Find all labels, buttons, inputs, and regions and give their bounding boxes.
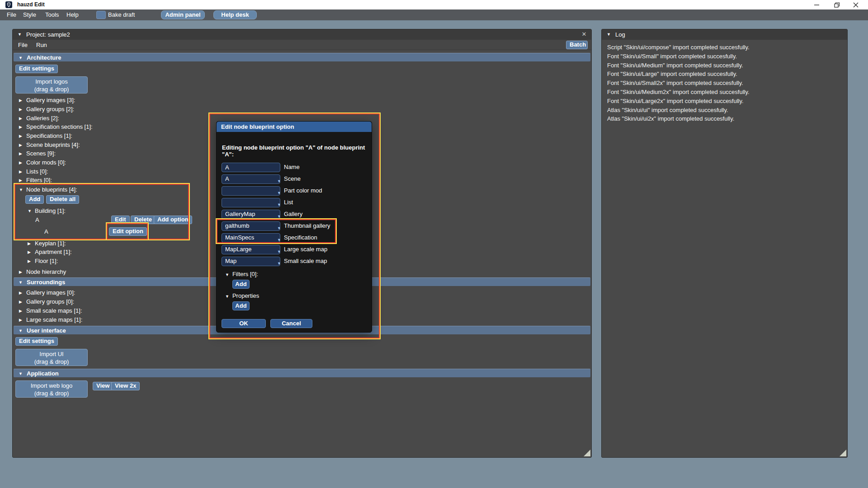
tree-item-gallery-images[interactable]: ▶Gallery images [3]: — [19, 96, 75, 105]
select-value: galthumb — [225, 222, 249, 229]
tree-item-option-a[interactable]: A — [44, 227, 48, 236]
tree-item-keyplan[interactable]: ▶Keyplan [1]: — [28, 239, 66, 248]
tree-item-building[interactable]: ▼Building [1]: — [28, 206, 66, 216]
field-row-specification: MainSpecs▼ Specification — [217, 233, 372, 243]
close-icon[interactable]: ✕ — [580, 31, 588, 38]
list-select[interactable]: ▼ — [222, 198, 280, 207]
project-menu-run[interactable]: Run — [34, 40, 49, 50]
tree-item-large-scale-maps[interactable]: ▶Large scale maps [1]: — [19, 315, 82, 324]
dropdown-arrow-icon: ▼ — [277, 236, 280, 243]
dropzone-line2: (drag & drop) — [16, 358, 87, 366]
chevron-right-icon: ▶ — [19, 122, 26, 131]
tree-item-filters[interactable]: ▶Filters [0]: — [19, 176, 52, 185]
restore-button[interactable] — [831, 1, 843, 9]
filters-add-button[interactable]: Add — [232, 280, 250, 289]
tree-item-floor[interactable]: ▶Floor [1]: — [28, 257, 58, 266]
tree-item-node-blueprints[interactable]: ▼Node blueprints [4]: — [19, 185, 77, 194]
tree-item-scene-blueprints[interactable]: ▶Scene blueprints [4]: — [19, 141, 80, 150]
dialog-properties-group[interactable]: ▼Properties — [225, 291, 259, 300]
chevron-right-icon: ▶ — [19, 105, 26, 114]
import-logos-dropzone[interactable]: Import logos (drag & drop) — [15, 76, 88, 94]
chevron-right-icon: ▶ — [19, 297, 26, 306]
group-label: Properties — [232, 292, 259, 299]
collapse-triangle-icon: ▼ — [19, 328, 23, 333]
node-blueprints-delete-all-button[interactable]: Delete all — [46, 195, 79, 204]
menu-style[interactable]: Style — [21, 9, 38, 20]
dialog-titlebar[interactable]: Edit node blueprint option — [217, 122, 372, 132]
tree-item-gallery-groups[interactable]: ▶Gallery groups [2]: — [19, 105, 74, 114]
properties-add-button[interactable]: Add — [232, 301, 250, 310]
gallery-select[interactable]: GalleryMap▼ — [222, 210, 280, 219]
edit-settings-button[interactable]: Edit settings — [15, 65, 58, 73]
field-row-scene: A▼ Scene — [217, 174, 372, 184]
large-scale-map-select[interactable]: MapLarge▼ — [222, 245, 280, 254]
thumbnail-gallery-select[interactable]: galthumb▼ — [222, 221, 280, 231]
panel-resize-grip[interactable] — [840, 450, 846, 456]
import-web-logo-dropzone[interactable]: Import web logo (drag & drop) — [15, 380, 88, 398]
window-titlebar: hauzd Edit — [0, 0, 868, 9]
tree-item-sur-gallery-groups[interactable]: ▶Gallery groups [0]: — [19, 297, 74, 306]
import-ui-dropzone[interactable]: Import UI (drag & drop) — [15, 349, 88, 366]
bake-draft-toggle[interactable] — [96, 11, 106, 19]
dialog-filters-group[interactable]: ▼Filters [0]: — [225, 270, 258, 278]
tree-item-lists[interactable]: ▶Lists [0]: — [19, 167, 48, 176]
close-button[interactable] — [850, 1, 862, 9]
select-value: MainSpecs — [225, 234, 254, 241]
node-blueprints-add-button[interactable]: Add — [25, 195, 44, 204]
node-edit-button[interactable]: Edit — [111, 216, 130, 224]
batch-button[interactable]: Batch — [566, 41, 588, 49]
panel-resize-grip[interactable] — [584, 450, 590, 456]
small-scale-map-select[interactable]: Map▼ — [222, 257, 280, 266]
log-lines: Script "Skin/ui/compose" import complete… — [607, 43, 844, 123]
log-panel-header: ▼ Log — [602, 29, 847, 40]
chevron-right-icon: ▶ — [19, 288, 26, 297]
section-title: Application — [27, 370, 59, 377]
node-add-option-button[interactable]: Add option — [154, 216, 192, 224]
chevron-right-icon: ▶ — [19, 176, 26, 185]
bake-draft-label[interactable]: Bake draft — [108, 9, 135, 20]
tree-item-galleries[interactable]: ▶Galleries [2]: — [19, 114, 59, 123]
tree-item-specifications[interactable]: ▶Specifications [1]: — [19, 131, 72, 141]
tree-item-small-scale-maps[interactable]: ▶Small scale maps [1]: — [19, 306, 82, 315]
ui-edit-settings-button[interactable]: Edit settings — [15, 337, 58, 346]
tree-item-color-mods[interactable]: ▶Color mods [0]: — [19, 158, 66, 167]
part-color-mod-select[interactable]: ▼ — [222, 186, 280, 196]
menu-tools[interactable]: Tools — [43, 9, 61, 20]
specification-select[interactable]: MainSpecs▼ — [222, 233, 280, 243]
section-application[interactable]: ▼ Application — [14, 369, 590, 377]
menu-file[interactable]: File — [5, 9, 18, 20]
tree-item-node-a[interactable]: A — [35, 216, 39, 225]
edit-option-button[interactable]: Edit option — [109, 227, 147, 236]
dropzone-line1: Import logos — [16, 78, 87, 85]
tree-item-apartment[interactable]: ▶Apartment [1]: — [28, 248, 72, 257]
minimize-button[interactable] — [811, 1, 822, 9]
menu-help[interactable]: Help — [65, 9, 80, 20]
section-architecture[interactable]: ▼ Architecture — [14, 53, 590, 61]
tree-item-scenes[interactable]: ▶Scenes [9]: — [19, 149, 56, 158]
node-delete-button[interactable]: Delete — [131, 216, 156, 224]
chevron-right-icon: ▶ — [28, 248, 35, 257]
dropdown-arrow-icon: ▼ — [277, 224, 280, 231]
collapse-triangle-icon[interactable]: ▼ — [607, 32, 611, 37]
tree-item-label: A — [44, 228, 48, 235]
tree-item-node-hierarchy[interactable]: ▶Node hierarchy — [19, 267, 66, 277]
chevron-right-icon: ▶ — [28, 239, 35, 248]
tree-item-label: Gallery images [0]: — [26, 289, 75, 296]
chevron-right-icon: ▶ — [19, 267, 26, 277]
cancel-button[interactable]: Cancel — [270, 319, 312, 328]
collapse-triangle-icon[interactable]: ▼ — [18, 32, 22, 37]
dropdown-arrow-icon: ▼ — [277, 212, 280, 219]
project-menu-file[interactable]: File — [16, 40, 29, 50]
project-panel-title: Project: sample2 — [26, 31, 70, 38]
name-input[interactable] — [222, 163, 280, 172]
help-desk-button[interactable]: Help desk — [213, 10, 257, 19]
tree-item-sur-gallery-images[interactable]: ▶Gallery images [0]: — [19, 288, 75, 297]
view-button[interactable]: View — [93, 382, 113, 390]
scene-select[interactable]: A▼ — [222, 174, 280, 184]
tree-item-label: Filters [0]: — [26, 177, 52, 183]
tree-item-specification-sections[interactable]: ▶Specification sections [1]: — [19, 122, 93, 131]
admin-panel-button[interactable]: Admin panel — [161, 10, 205, 19]
ok-button[interactable]: OK — [222, 319, 266, 328]
field-row-small-scale-map: Map▼ Small scale map — [217, 257, 372, 266]
view-2x-button[interactable]: View 2x — [111, 382, 140, 390]
